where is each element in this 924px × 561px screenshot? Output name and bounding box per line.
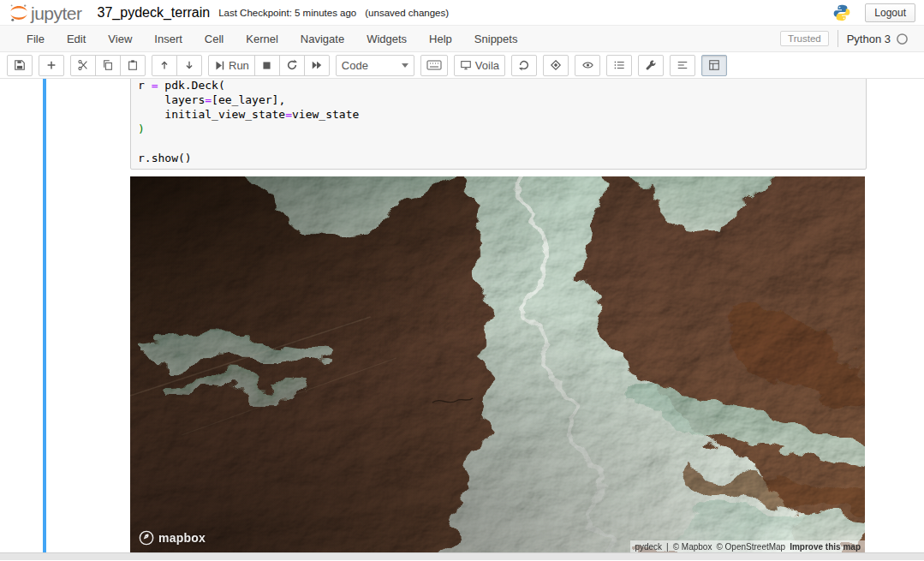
add-cell-button[interactable]: [39, 55, 64, 76]
mapbox-logo-link[interactable]: mapbox: [139, 530, 206, 546]
jupyter-logo-text: jupyter: [31, 4, 82, 23]
run-icon: [214, 60, 225, 71]
numbered-list-button[interactable]: [606, 55, 632, 76]
restart-kernel-icon: [286, 59, 298, 71]
python-logo-icon: [832, 3, 851, 22]
menu-view[interactable]: View: [97, 27, 143, 51]
eye-icon: [581, 59, 594, 71]
code-line: initial_view_state=view_state: [138, 107, 859, 122]
menu-bar: FileEditViewInsertCellKernelNavigateWidg…: [0, 26, 924, 52]
celltags-button[interactable]: [543, 55, 569, 76]
move-cell-up-button[interactable]: [152, 55, 177, 76]
run-button-label: Run: [229, 59, 249, 72]
table-of-contents-button[interactable]: [670, 55, 695, 76]
cut-icon: [77, 59, 89, 71]
page-end-strip: [0, 552, 924, 560]
diamond-icon: [550, 59, 562, 71]
copy-cell-button[interactable]: [95, 55, 121, 76]
restart-run-all-icon: [311, 59, 323, 71]
move-down-icon: [183, 59, 195, 71]
code-line: ): [138, 122, 859, 136]
numbered-list-icon: [613, 59, 625, 71]
save-button[interactable]: [7, 55, 33, 76]
menu-items: FileEditViewInsertCellKernelNavigateWidg…: [15, 27, 528, 51]
menu-snippets[interactable]: Snippets: [463, 27, 529, 51]
voila-preview-button[interactable]: Voila: [454, 55, 505, 76]
code-lines: r = pdk.Deck( layers=[ee_layer], initial…: [138, 79, 859, 165]
add-cell-icon: [45, 59, 57, 71]
selected-code-cell[interactable]: r = pdk.Deck( layers=[ee_layer], initial…: [43, 79, 870, 552]
menu-kernel[interactable]: Kernel: [235, 27, 289, 51]
nbextensions-config-button[interactable]: [638, 55, 664, 76]
pydeck-terrain-map[interactable]: mapbox pydeck | © Mapbox © OpenStreetMap…: [130, 176, 865, 552]
code-line: [138, 136, 859, 151]
code-line: r = pdk.Deck(: [138, 79, 859, 93]
cell-type-value: Code: [342, 59, 368, 72]
notebook-area: r = pdk.Deck( layers=[ee_layer], initial…: [0, 79, 924, 552]
osm-attribution-link[interactable]: © OpenStreetMap: [716, 542, 785, 552]
move-up-icon: [158, 59, 170, 71]
map-attribution: pydeck | © Mapbox © OpenStreetMap Improv…: [630, 540, 865, 552]
run-cell-button[interactable]: Run: [208, 55, 255, 76]
interrupt-kernel-button[interactable]: [254, 55, 280, 76]
jupyter-logo[interactable]: jupyter: [9, 3, 82, 23]
menu-insert[interactable]: Insert: [143, 27, 194, 51]
save-icon: [14, 59, 26, 71]
cell-type-dropdown[interactable]: Code: [336, 55, 414, 76]
menu-help[interactable]: Help: [418, 27, 463, 51]
mapbox-icon: [139, 530, 154, 546]
copy-icon: [102, 59, 114, 71]
wrench-icon: [645, 59, 657, 71]
kernel-idle-circle-icon: [896, 33, 909, 45]
pydeck-attribution-link[interactable]: pydeck: [635, 542, 662, 552]
voila-button-label: Voila: [475, 59, 499, 72]
paste-cell-button[interactable]: [120, 55, 146, 76]
terrain-render: [130, 176, 865, 552]
menu-widgets[interactable]: Widgets: [355, 27, 418, 51]
improve-map-link[interactable]: Improve this map: [790, 542, 861, 552]
command-palette-keyboard-icon: [426, 59, 442, 71]
code-line: layers=[ee_layer],: [138, 93, 859, 107]
header-bar: jupyter 37_pydeck_terrain Last Checkpoin…: [0, 0, 924, 26]
menu-navigate[interactable]: Navigate: [289, 27, 355, 51]
menu-edit[interactable]: Edit: [56, 27, 97, 51]
hide-input-button[interactable]: [575, 55, 600, 76]
attribution-separator: |: [666, 542, 669, 552]
autosave-status: (unsaved changes): [365, 8, 449, 18]
notebook-title[interactable]: 37_pydeck_terrain: [98, 5, 211, 21]
menu-file[interactable]: File: [15, 27, 56, 51]
toc-list-icon: [677, 59, 689, 71]
offline-notebook-button[interactable]: [511, 55, 537, 76]
code-line: r.show(): [138, 151, 859, 165]
command-palette-button[interactable]: [420, 55, 448, 76]
toolbar: Run Code Voila: [0, 52, 924, 79]
code-input-editor[interactable]: r = pdk.Deck( layers=[ee_layer], initial…: [130, 79, 867, 170]
menu-cell[interactable]: Cell: [194, 27, 235, 51]
stop-icon: [261, 60, 272, 71]
mapbox-wordmark: mapbox: [158, 531, 206, 545]
kernel-name: Python 3: [847, 33, 891, 45]
paste-icon: [127, 59, 139, 71]
jupyter-planet-icon: [9, 3, 29, 23]
kernel-indicator: Python 3: [838, 30, 909, 47]
voila-preview-icon: [460, 59, 472, 71]
restart-kernel-button[interactable]: [279, 55, 305, 76]
restart-run-all-button[interactable]: [304, 55, 330, 76]
cell-grid-icon: [708, 59, 720, 71]
trusted-badge[interactable]: Trusted: [780, 31, 829, 46]
cut-cell-button[interactable]: [70, 55, 96, 76]
logout-button[interactable]: Logout: [865, 3, 915, 22]
circle-arrow-icon: [518, 59, 530, 71]
mapbox-attribution-link[interactable]: © Mapbox: [673, 542, 712, 552]
checkpoint-status: Last Checkpoint: 5 minutes ago: [218, 8, 356, 18]
cell-toolbar-toggle-button[interactable]: [701, 55, 727, 76]
move-cell-down-button[interactable]: [176, 55, 202, 76]
chevron-down-icon: [402, 63, 408, 68]
